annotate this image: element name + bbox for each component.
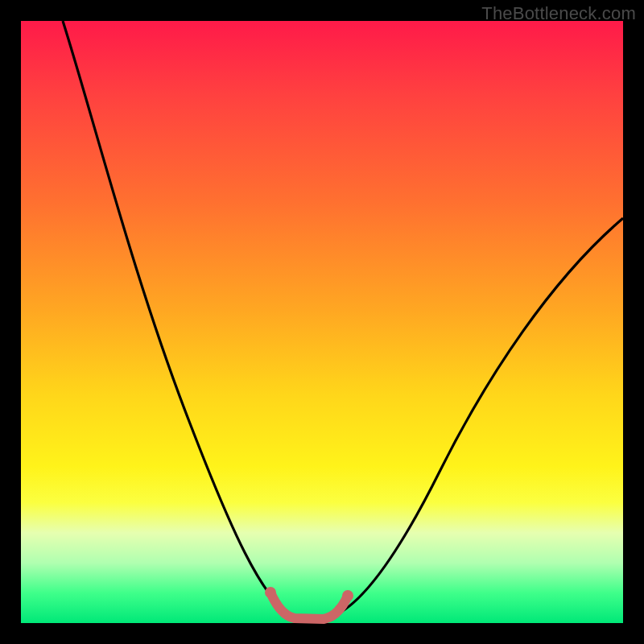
highlight-dot [342,590,353,601]
highlight-dot [335,605,343,613]
watermark-text: TheBottleneck.com [481,3,636,24]
highlight-dot [265,587,276,598]
bottleneck-curve-path [63,21,623,618]
plot-area [21,21,623,623]
curve-svg [21,21,623,623]
chart-frame: TheBottleneck.com [0,0,644,644]
highlight-dot [281,609,289,617]
